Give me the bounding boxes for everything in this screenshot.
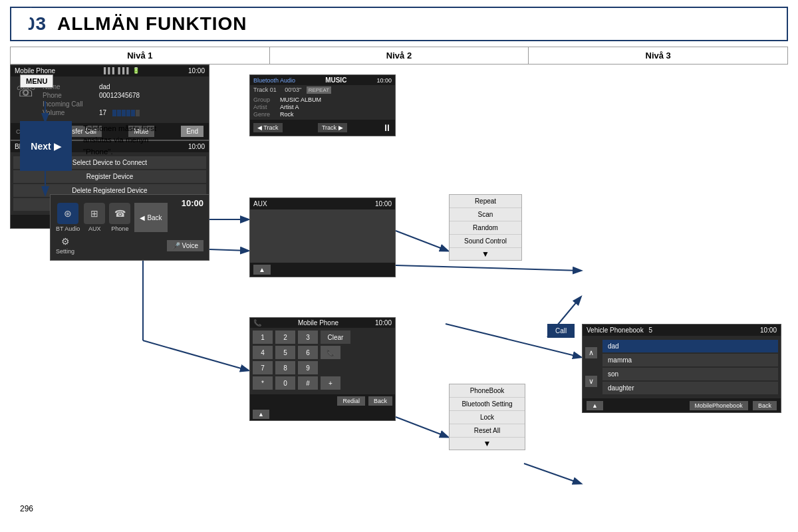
num-7[interactable]: 7 (253, 361, 273, 374)
num-1[interactable]: 1 (253, 331, 273, 344)
aux-triangle-btn[interactable]: ▲ (253, 265, 271, 275)
main-menu-time: 10:00 (182, 198, 203, 208)
num-5[interactable]: 5 (275, 346, 295, 359)
repeat-item-1[interactable]: Repeat (450, 195, 521, 208)
menu-button[interactable]: MENU (20, 74, 53, 88)
pause-icon: ⏸ (382, 122, 392, 133)
phone-icon: ☎ (109, 203, 130, 224)
bt-audio-menu-item[interactable]: ⊛ BT Audio (56, 203, 80, 232)
reset-item[interactable]: Reset All (450, 424, 525, 438)
aux-menu-item[interactable]: ⊞ AUX (84, 203, 105, 232)
repeat-panel: Repeat Scan Random Sound Control ▼ (449, 194, 522, 261)
bt-screen-title: MUSIC (325, 76, 346, 84)
num-9[interactable]: 9 (298, 361, 318, 374)
clear-btn[interactable]: Clear (321, 331, 350, 344)
volume-value: 17 (99, 109, 106, 116)
call-outside-btn[interactable]: Call (547, 324, 575, 338)
annotation: Telefonen måste förstanslutas via menyn"… (83, 123, 156, 158)
next-label: Next (31, 141, 51, 152)
aux-icon: ⊞ (84, 203, 105, 224)
caller-name: dad (99, 83, 110, 90)
aux-time: 10:00 (375, 200, 392, 207)
page-number: 296 (20, 504, 33, 513)
num-plus[interactable]: + (321, 376, 340, 390)
call-icon-btn[interactable]: 📞 (321, 346, 340, 359)
header-text: ALLMÄN FUNKTION (57, 13, 247, 34)
setting-item[interactable]: ⚙ Setting (56, 236, 74, 255)
phone-menu-item[interactable]: ☎ Phone (109, 203, 130, 232)
end-btn[interactable]: End (181, 126, 203, 137)
incoming-time: 10:00 (188, 67, 205, 74)
num-hash[interactable]: # (298, 376, 318, 390)
pb-scroll-up[interactable]: ∧ (585, 347, 597, 358)
mobile-phone-screen: 📞 Mobile Phone 10:00 1 2 3 Clear 4 5 6 📞… (249, 317, 396, 421)
phone-settings-panel: PhoneBook Bluetooth Setting Lock Reset A… (449, 384, 525, 450)
num-8[interactable]: 8 (275, 361, 295, 374)
page-header: 03 ALLMÄN FUNKTION (10, 7, 788, 41)
header-title: 03 ALLMÄN FUNKTION (25, 13, 247, 34)
mobile-phonebook-btn[interactable]: MobilePhonebook (690, 401, 748, 410)
lock-item[interactable]: Lock (450, 411, 525, 424)
settings-arrow-down: ▼ (450, 438, 525, 450)
col1-header: Nivå 1 (11, 47, 270, 64)
num-0[interactable]: 0 (275, 376, 295, 390)
svg-line-6 (143, 340, 248, 370)
bt-audio-screen: Bluetooth Audio MUSIC 10:00 Track 01 00'… (249, 74, 396, 136)
pb-up-btn[interactable]: ▲ (587, 401, 603, 410)
bt-time: 10:00 (188, 143, 205, 150)
pb-entry-dad[interactable]: dad (602, 340, 778, 352)
phone-icon-small: 📞 (253, 319, 261, 327)
svg-line-8 (396, 417, 448, 437)
pb-entry-daughter[interactable]: daughter (602, 382, 778, 394)
num-3[interactable]: 3 (298, 331, 318, 344)
artist-value: Artist A (280, 104, 299, 110)
pb-title: Vehicle Phonebook 5 (587, 327, 652, 334)
next-button[interactable]: Next ▶ (20, 121, 72, 171)
back-control[interactable]: ◀ Back (134, 203, 167, 232)
bt-track: Track 01 (253, 86, 277, 93)
next-chevron-icon: ▶ (54, 141, 61, 152)
header-number: 03 (25, 13, 47, 34)
track-next-btn[interactable]: Track ▶ (318, 123, 347, 132)
redial-btn[interactable]: Redial (337, 396, 365, 406)
bt-duration: 00'03" (285, 86, 301, 93)
volume-bar (112, 109, 140, 116)
pb-time: 10:00 (760, 327, 777, 334)
setting-gear-icon: ⚙ (61, 236, 70, 247)
artist-label: Artist (253, 104, 277, 110)
num-6[interactable]: 6 (298, 346, 318, 359)
back-chevron-icon: ◀ (140, 214, 145, 221)
mobile-back-btn[interactable]: Back (368, 396, 392, 406)
num-4[interactable]: 4 (253, 346, 273, 359)
phone-label: Phone (43, 92, 96, 99)
group-value: MUSIC ALBUM (280, 96, 321, 103)
svg-line-3 (396, 231, 448, 251)
signal-icons: ▌▌▌ ▌▌▌ 🔋 (104, 67, 140, 74)
genre-label: Genre (253, 111, 277, 118)
col3-header: Nivå 3 (529, 47, 787, 64)
track-prev-btn[interactable]: ◀ Track (253, 123, 283, 132)
repeat-item-4[interactable]: Sound Control (450, 235, 521, 248)
svg-line-4 (209, 249, 248, 251)
repeat-item-2[interactable]: Scan (450, 208, 521, 221)
pb-scroll-down[interactable]: ∨ (585, 376, 597, 387)
pb-back-btn[interactable]: Back (753, 401, 777, 410)
volume-label: Volume (43, 109, 96, 116)
main-menu-box: 10:00 ⊛ BT Audio ⊞ AUX ☎ Phone ◀ Back ⚙ … (50, 194, 209, 261)
pb-entry-mamma[interactable]: mamma (602, 354, 778, 366)
num-star[interactable]: * (253, 376, 273, 390)
pb-entry-son[interactable]: son (602, 368, 778, 380)
phonebook-item[interactable]: PhoneBook (450, 384, 525, 398)
genre-value: Rock (280, 111, 294, 118)
bt-setting-item[interactable]: Bluetooth Setting (450, 398, 525, 411)
repeat-item-3[interactable]: Random (450, 221, 521, 235)
bt-audio-icon: ⊛ (57, 203, 78, 224)
incoming-title: Mobile Phone (15, 67, 55, 74)
call-type-label: Incoming Call (43, 100, 96, 108)
phone-up-btn[interactable]: ▲ (253, 410, 269, 419)
bt-register-item[interactable]: Register Device (13, 170, 206, 183)
aux-video-area (250, 209, 395, 263)
num-2[interactable]: 2 (275, 331, 295, 344)
voice-control[interactable]: 🎤 Voice (167, 240, 203, 251)
voice-mic-icon: 🎤 (172, 242, 180, 249)
